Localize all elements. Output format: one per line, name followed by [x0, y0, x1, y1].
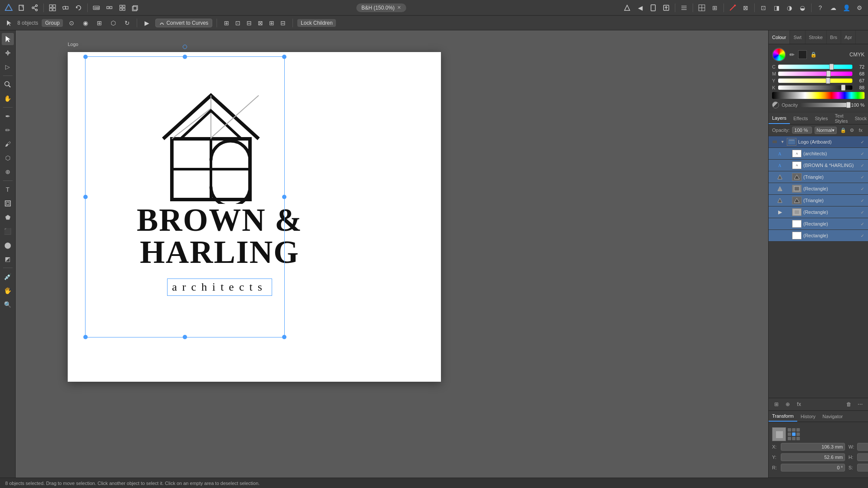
brush-tool[interactable]: 🖌 [2, 138, 14, 150]
tab-navigator[interactable]: Navigator [819, 411, 846, 422]
settings-icon[interactable]: ⚙ [854, 3, 865, 13]
align-left-icon[interactable]: ⊞ [221, 18, 232, 28]
page-icon[interactable] [648, 3, 658, 13]
layer-item-rect-1[interactable]: (Rectangle) ✓ [769, 183, 868, 195]
ellipse-tool[interactable]: ⬤ [2, 239, 14, 251]
hand-tool[interactable]: ✋ [2, 92, 14, 105]
bounds-icon[interactable]: ⊞ [94, 18, 105, 28]
pixel-icon[interactable]: ⊡ [758, 3, 769, 13]
anchor-bc[interactable] [792, 437, 796, 440]
enter-group-icon[interactable]: ▶ [141, 18, 152, 28]
document-title-pill[interactable]: B&H (150.0%) ✕ [356, 3, 407, 12]
layer-visibility-3[interactable] [776, 174, 783, 180]
color-model-label[interactable]: CMYK [849, 52, 865, 58]
y-input[interactable] [781, 453, 845, 461]
align-center-icon[interactable]: ⊡ [233, 18, 243, 28]
layer-expand-8[interactable] [785, 233, 790, 238]
align-bottom-icon[interactable]: ⊟ [278, 18, 288, 28]
zoom-tool[interactable] [2, 79, 14, 91]
anchor-tl[interactable] [788, 428, 791, 432]
fill-tool[interactable]: ⊕ [2, 166, 14, 178]
layer-item-rect-2[interactable]: ▶ (Rectangle) ✓ [769, 206, 868, 218]
eraser-tool[interactable]: ⬡ [2, 152, 14, 164]
fx-layer-icon[interactable]: fx [795, 400, 803, 409]
layer-item-rect-4[interactable]: (Rectangle) ✓ [769, 230, 868, 242]
lock-icon[interactable]: 🔒 [810, 52, 817, 58]
designer-icon[interactable]: ◑ [784, 3, 795, 13]
share-icon[interactable] [30, 3, 40, 13]
layer-item-triangle-2[interactable]: (Triangle) ✓ [769, 195, 868, 206]
slider-c[interactable] [778, 65, 852, 69]
move-tool[interactable] [2, 33, 14, 45]
group-type-label[interactable]: Group [42, 19, 63, 27]
color-wheel[interactable] [772, 48, 786, 62]
tab-text-styles[interactable]: Text Styles [831, 112, 851, 124]
pan-tool[interactable]: 🖐 [2, 285, 14, 297]
slider-y[interactable] [778, 79, 852, 83]
layer-visibility-6[interactable]: ▶ [776, 209, 783, 216]
select-arrow-icon[interactable] [3, 18, 14, 28]
opacity-slider[interactable] [800, 103, 848, 107]
gradient-tool[interactable]: ◩ [2, 253, 14, 265]
tab-transform[interactable]: Transform [769, 411, 797, 422]
corner-tool[interactable]: ▷ [2, 61, 14, 73]
grid-display-icon[interactable] [697, 3, 707, 13]
color-swatch-foreground[interactable] [798, 50, 807, 59]
shape-tool[interactable]: ⬟ [2, 211, 14, 223]
h-input[interactable] [857, 453, 868, 461]
delete-layer-icon[interactable]: 🗑 [845, 400, 853, 409]
layer-expand-6[interactable] [785, 210, 790, 215]
anchor-mr[interactable] [796, 432, 800, 436]
rect-tool[interactable]: ⬛ [2, 225, 14, 237]
align-right-icon[interactable]: ⊟ [244, 18, 254, 28]
layer-check-0[interactable]: ✓ [859, 139, 865, 145]
layer-check-6[interactable]: ✓ [859, 209, 865, 215]
layer-expand-3[interactable] [785, 174, 790, 180]
zoom-in-tool[interactable]: 🔍 [2, 298, 14, 311]
anchor-br[interactable] [796, 437, 800, 440]
color-pencil-icon[interactable]: ✏ [789, 51, 795, 58]
node-tool[interactable] [2, 47, 14, 59]
layer-expand-7[interactable] [785, 221, 790, 226]
layer-item-architects[interactable]: A A (architects) ✓ [769, 148, 868, 160]
r-input[interactable] [781, 464, 845, 472]
layer-visibility-2[interactable]: A [776, 162, 783, 169]
layer-item-brown-harling[interactable]: A A (BROWN & *HARLING) ✓ [769, 160, 868, 171]
tab-brs[interactable]: Brs [827, 30, 842, 44]
transform2-icon[interactable]: ⬡ [108, 18, 118, 28]
more-layer-icon[interactable]: ⋯ [856, 400, 865, 409]
layer-item-rect-3[interactable]: (Rectangle) ✓ [769, 218, 868, 230]
layer-visibility-4[interactable] [776, 185, 783, 192]
x-input[interactable] [781, 443, 845, 451]
layer-expand-4[interactable] [785, 186, 790, 191]
anchor-tc[interactable] [792, 428, 796, 432]
anchor-tr[interactable] [796, 428, 800, 432]
layer-check-2[interactable]: ✓ [859, 162, 865, 168]
layer-check-7[interactable]: ✓ [859, 221, 865, 227]
group-icon[interactable] [91, 3, 102, 13]
pen-icon[interactable] [727, 3, 738, 13]
anchor-mc[interactable] [792, 432, 796, 436]
grid-icon[interactable] [47, 3, 58, 13]
slider-k[interactable] [778, 85, 852, 90]
align-tool-icon[interactable] [679, 3, 689, 13]
tab-effects[interactable]: Effects [790, 112, 811, 124]
close-document-icon[interactable]: ✕ [397, 5, 401, 10]
visibility-icon[interactable]: ◉ [80, 18, 91, 28]
anchor-ml[interactable] [788, 432, 791, 436]
tab-stroke[interactable]: Stroke [806, 30, 827, 44]
select-mode-icon[interactable]: ⊙ [66, 18, 77, 28]
help-icon[interactable]: ? [815, 3, 825, 13]
convert-to-curves-btn[interactable]: Convert to Curves [155, 19, 212, 27]
slider-m[interactable] [778, 72, 852, 76]
layer-check-8[interactable]: ✓ [859, 233, 865, 239]
add-layer-icon[interactable]: ⊕ [783, 400, 792, 409]
text-tool[interactable]: T [2, 183, 14, 196]
settings-layer-icon[interactable]: ⚙ [848, 126, 856, 134]
back-icon[interactable]: ◀ [635, 3, 645, 13]
layer-order-icon[interactable] [130, 3, 141, 13]
layer-check-4[interactable]: ✓ [859, 186, 865, 192]
layer-check-3[interactable]: ✓ [859, 174, 865, 180]
tab-stock[interactable]: Stock [851, 112, 868, 124]
layer-expand-2[interactable] [785, 163, 790, 168]
